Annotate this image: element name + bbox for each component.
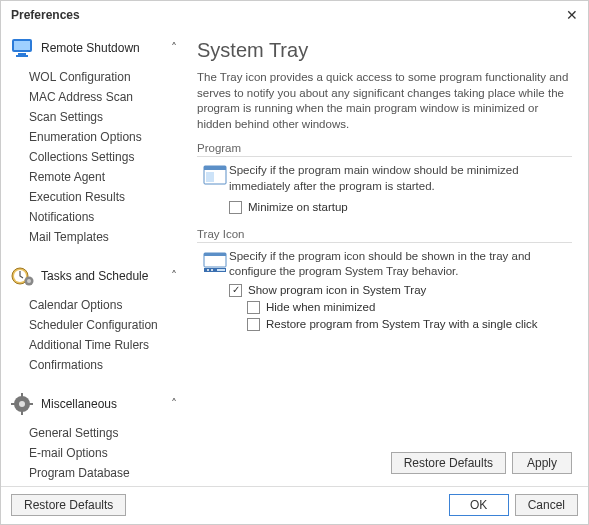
checkbox-show-in-tray[interactable] xyxy=(229,284,242,297)
svg-rect-10 xyxy=(21,393,23,397)
svg-rect-11 xyxy=(21,411,23,415)
apply-button[interactable]: Apply xyxy=(512,452,572,474)
svg-rect-12 xyxy=(11,403,15,405)
show-in-tray-label: Show program icon in System Tray xyxy=(248,284,426,296)
svg-point-20 xyxy=(207,269,209,271)
minimize-on-startup-row[interactable]: Minimize on startup xyxy=(229,194,572,218)
sidebar-section-label: Remote Shutdown xyxy=(41,41,171,55)
sidebar-section-misc[interactable]: Miscellaneous ˄ xyxy=(7,387,179,421)
svg-rect-2 xyxy=(18,53,26,55)
tray-text: Specify if the program icon should be sh… xyxy=(229,249,572,280)
sidebar-item-server[interactable]: Server Configuration xyxy=(29,483,179,486)
monitor-icon xyxy=(9,35,37,61)
sidebar-item-results[interactable]: Execution Results xyxy=(29,187,179,207)
svg-point-9 xyxy=(19,401,25,407)
tray-section-text: Specify if the program icon should be sh… xyxy=(229,249,572,280)
main-area: Remote Shutdown ˄ WOL Configuration MAC … xyxy=(1,27,588,486)
sidebar-items-remote: WOL Configuration MAC Address Scan Scan … xyxy=(7,65,179,259)
svg-rect-15 xyxy=(204,166,226,170)
sidebar-item-rulers[interactable]: Additional Time Rulers xyxy=(29,335,179,355)
hide-when-minimized-label: Hide when minimized xyxy=(266,301,375,313)
sidebar-item-general[interactable]: General Settings xyxy=(29,423,179,443)
sidebar-item-email[interactable]: E-mail Options xyxy=(29,443,179,463)
program-section-label: Program xyxy=(197,142,572,157)
sidebar-section-remote-shutdown[interactable]: Remote Shutdown ˄ xyxy=(7,31,179,65)
dialog-footer: Restore Defaults OK Cancel xyxy=(1,486,588,522)
sidebar-item-database[interactable]: Program Database xyxy=(29,463,179,483)
minimize-on-startup-label: Minimize on startup xyxy=(248,200,348,216)
program-text: Specify if the program main window shoul… xyxy=(229,163,572,194)
close-icon[interactable]: ✕ xyxy=(566,7,578,23)
sidebar-item-enum[interactable]: Enumeration Options xyxy=(29,127,179,147)
checkbox-restore-single-click[interactable] xyxy=(247,318,260,331)
svg-rect-1 xyxy=(14,41,30,50)
sidebar-item-mac[interactable]: MAC Address Scan xyxy=(29,87,179,107)
window-title: Preferences xyxy=(11,8,80,22)
sidebar-section-label: Tasks and Schedule xyxy=(41,269,171,283)
program-section-text: Specify if the program main window shoul… xyxy=(229,163,572,218)
clock-gear-icon xyxy=(9,263,37,289)
sidebar-item-confirm[interactable]: Confirmations xyxy=(29,355,179,375)
checkbox-minimize-startup[interactable] xyxy=(229,201,242,214)
page-title: System Tray xyxy=(197,39,572,62)
sidebar: Remote Shutdown ˄ WOL Configuration MAC … xyxy=(1,27,185,486)
svg-point-7 xyxy=(27,279,31,283)
show-in-tray-row[interactable]: Show program icon in System Tray xyxy=(197,282,572,299)
tray-section: Specify if the program icon should be sh… xyxy=(197,247,572,282)
chevron-up-icon: ˄ xyxy=(171,397,177,411)
restore-single-click-label: Restore program from System Tray with a … xyxy=(266,318,538,330)
titlebar: Preferences ✕ xyxy=(1,1,588,27)
restore-defaults-button[interactable]: Restore Defaults xyxy=(391,452,506,474)
sidebar-item-wol[interactable]: WOL Configuration xyxy=(29,67,179,87)
sidebar-item-scheduler[interactable]: Scheduler Configuration xyxy=(29,315,179,335)
cancel-button[interactable]: Cancel xyxy=(515,494,578,516)
sidebar-section-tasks[interactable]: Tasks and Schedule ˄ xyxy=(7,259,179,293)
svg-rect-18 xyxy=(204,253,226,256)
tray-section-label: Tray Icon xyxy=(197,228,572,243)
sidebar-items-misc: General Settings E-mail Options Program … xyxy=(7,421,179,486)
ok-button[interactable]: OK xyxy=(449,494,509,516)
svg-rect-13 xyxy=(29,403,33,405)
svg-rect-22 xyxy=(217,269,225,271)
gear-icon xyxy=(9,391,37,417)
chevron-up-icon: ˄ xyxy=(171,269,177,283)
sidebar-item-calendar[interactable]: Calendar Options xyxy=(29,295,179,315)
svg-rect-3 xyxy=(16,55,28,57)
sidebar-section-label: Miscellaneous xyxy=(41,397,171,411)
restore-single-click-row[interactable]: Restore program from System Tray with a … xyxy=(197,316,572,333)
chevron-up-icon: ˄ xyxy=(171,41,177,55)
svg-point-21 xyxy=(211,269,213,271)
checkbox-hide-minimized[interactable] xyxy=(247,301,260,314)
window-icon xyxy=(201,163,229,218)
sidebar-items-tasks: Calendar Options Scheduler Configuration… xyxy=(7,293,179,387)
tray-icon xyxy=(201,249,229,280)
hide-when-minimized-row[interactable]: Hide when minimized xyxy=(197,299,572,316)
sidebar-item-collections[interactable]: Collections Settings xyxy=(29,147,179,167)
program-section: Specify if the program main window shoul… xyxy=(197,161,572,228)
svg-rect-16 xyxy=(206,172,214,182)
content-pane: System Tray The Tray icon provides a qui… xyxy=(185,27,588,486)
page-description: The Tray icon provides a quick access to… xyxy=(197,70,572,132)
sidebar-item-mail[interactable]: Mail Templates xyxy=(29,227,179,247)
sidebar-item-notifications[interactable]: Notifications xyxy=(29,207,179,227)
restore-defaults-global-button[interactable]: Restore Defaults xyxy=(11,494,126,516)
sidebar-item-agent[interactable]: Remote Agent xyxy=(29,167,179,187)
sidebar-item-scan[interactable]: Scan Settings xyxy=(29,107,179,127)
content-footer: Restore Defaults Apply xyxy=(197,452,572,478)
